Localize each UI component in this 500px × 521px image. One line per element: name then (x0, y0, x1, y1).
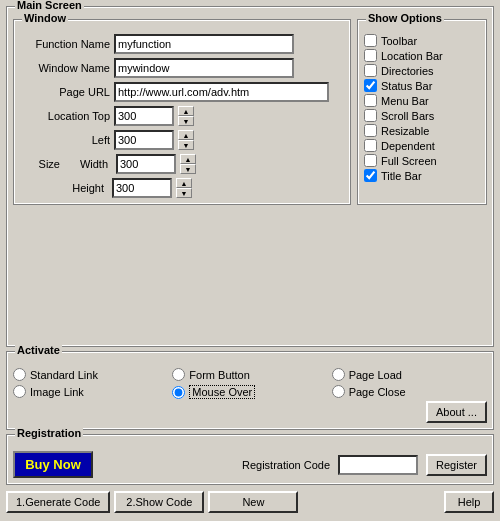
window-group: Window Function Name Window Name Page (13, 19, 351, 205)
activate-label: Activate (15, 344, 62, 356)
resizable-row: Resizable (364, 124, 480, 137)
image-link-row: Image Link (13, 385, 168, 398)
menu-bar-checkbox[interactable] (364, 94, 377, 107)
page-url-input[interactable] (114, 82, 329, 102)
left-label: Left (20, 134, 110, 146)
location-bar-label: Location Bar (381, 50, 443, 62)
width-input[interactable] (116, 154, 176, 174)
dependent-row: Dependent (364, 139, 480, 152)
help-button[interactable]: Help (444, 491, 494, 513)
page-close-row: Page Close (332, 385, 487, 398)
location-top-up[interactable]: ▲ (178, 106, 194, 116)
full-screen-checkbox[interactable] (364, 154, 377, 167)
left-up[interactable]: ▲ (178, 130, 194, 140)
function-name-label: Function Name (20, 38, 110, 50)
left-spinner[interactable]: ▲ ▼ (178, 130, 194, 150)
activate-col-1: Standard Link Image Link (13, 368, 168, 399)
activate-col-3: Page Load Page Close (332, 368, 487, 399)
toolbar-checkbox[interactable] (364, 34, 377, 47)
left-down[interactable]: ▼ (178, 140, 194, 150)
dependent-checkbox[interactable] (364, 139, 377, 152)
location-top-row: Location Top ▲ ▼ (20, 106, 344, 126)
left-row: Left ▲ ▼ (20, 130, 344, 150)
main-screen-group: Main Screen Window Function Name Window … (6, 6, 494, 347)
main-screen-label: Main Screen (15, 0, 84, 11)
page-load-radio[interactable] (332, 368, 345, 381)
reg-code-label: Registration Code (242, 459, 330, 471)
registration-label: Registration (15, 427, 83, 439)
location-bar-row: Location Bar (364, 49, 480, 62)
directories-label: Directories (381, 65, 434, 77)
window-name-label: Window Name (20, 62, 110, 74)
bottom-bar: 1.Generate Code 2.Show Code New Help (6, 489, 494, 515)
window-name-input[interactable] (114, 58, 294, 78)
about-button[interactable]: About ... (426, 401, 487, 423)
location-top-down[interactable]: ▼ (178, 116, 194, 126)
scroll-bars-row: Scroll Bars (364, 109, 480, 122)
window-name-row: Window Name (20, 58, 344, 78)
menu-bar-row: Menu Bar (364, 94, 480, 107)
height-spinner[interactable]: ▲ ▼ (176, 178, 192, 198)
function-name-input[interactable] (114, 34, 294, 54)
width-up[interactable]: ▲ (180, 154, 196, 164)
height-up[interactable]: ▲ (176, 178, 192, 188)
standard-link-radio[interactable] (13, 368, 26, 381)
form-button-radio[interactable] (172, 368, 185, 381)
size-label: Size (20, 158, 60, 170)
location-bar-checkbox[interactable] (364, 49, 377, 62)
page-close-label: Page Close (349, 386, 406, 398)
left-input[interactable] (114, 130, 174, 150)
activate-content: Standard Link Image Link Form Button Mou… (13, 368, 487, 399)
image-link-label: Image Link (30, 386, 84, 398)
standard-link-row: Standard Link (13, 368, 168, 381)
mouse-over-label: Mouse Over (189, 385, 255, 399)
mouse-over-radio[interactable] (172, 386, 185, 399)
location-top-input[interactable] (114, 106, 174, 126)
page-url-label: Page URL (20, 86, 110, 98)
image-link-radio[interactable] (13, 385, 26, 398)
status-bar-row: Status Bar (364, 79, 480, 92)
function-name-row: Function Name (20, 34, 344, 54)
register-button[interactable]: Register (426, 454, 487, 476)
page-close-radio[interactable] (332, 385, 345, 398)
width-down[interactable]: ▼ (180, 164, 196, 174)
form-button-label: Form Button (189, 369, 250, 381)
standard-link-label: Standard Link (30, 369, 98, 381)
resizable-checkbox[interactable] (364, 124, 377, 137)
activate-col-2: Form Button Mouse Over (172, 368, 327, 399)
title-bar-label: Title Bar (381, 170, 422, 182)
height-down[interactable]: ▼ (176, 188, 192, 198)
location-top-spinner[interactable]: ▲ ▼ (178, 106, 194, 126)
title-bar-row: Title Bar (364, 169, 480, 182)
show-options-content: Toolbar Location Bar Directories (364, 34, 480, 182)
status-bar-checkbox[interactable] (364, 79, 377, 92)
generate-code-button[interactable]: 1.Generate Code (6, 491, 110, 513)
height-input[interactable] (112, 178, 172, 198)
title-bar-checkbox[interactable] (364, 169, 377, 182)
width-label: Width (64, 158, 112, 170)
show-options-label: Show Options (366, 12, 444, 24)
main-container: Main Screen Window Function Name Window … (0, 0, 500, 521)
directories-row: Directories (364, 64, 480, 77)
scroll-bars-label: Scroll Bars (381, 110, 434, 122)
height-label: Height (20, 182, 108, 194)
full-screen-row: Full Screen (364, 154, 480, 167)
toolbar-row: Toolbar (364, 34, 480, 47)
toolbar-label: Toolbar (381, 35, 417, 47)
window-fields: Function Name Window Name Page URL (20, 34, 344, 198)
page-load-label: Page Load (349, 369, 402, 381)
show-code-button[interactable]: 2.Show Code (114, 491, 204, 513)
reg-code-input[interactable] (338, 455, 418, 475)
scroll-bars-checkbox[interactable] (364, 109, 377, 122)
buy-now-button[interactable]: Buy Now (13, 451, 93, 478)
new-button[interactable]: New (208, 491, 298, 513)
activate-group: Activate Standard Link Image Link Form B… (6, 351, 494, 430)
status-bar-label: Status Bar (381, 80, 432, 92)
page-load-row: Page Load (332, 368, 487, 381)
directories-checkbox[interactable] (364, 64, 377, 77)
full-screen-label: Full Screen (381, 155, 437, 167)
width-spinner[interactable]: ▲ ▼ (180, 154, 196, 174)
main-screen-content: Window Function Name Window Name Page (13, 19, 487, 205)
resizable-label: Resizable (381, 125, 429, 137)
window-label: Window (22, 12, 68, 24)
